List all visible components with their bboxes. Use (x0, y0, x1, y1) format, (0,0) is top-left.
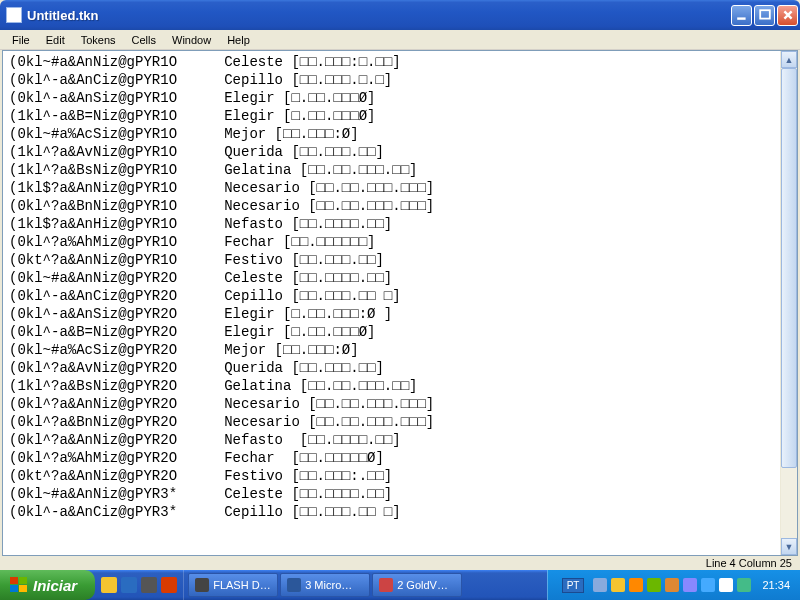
token-value: Gelatina [□□.□□.□□□.□□] (199, 161, 417, 179)
minimize-button[interactable] (731, 5, 752, 26)
token-value: Festivo [□□.□□□.□□] (199, 251, 384, 269)
text-line: (0kl^-a&AnSiz@gPYR1O Elegir [□.□□.□□□Ø] (9, 89, 774, 107)
token-code: (0kl^-a&AnCiz@gPYR2O (9, 287, 199, 305)
token-value: Elegir [□.□□.□□□Ø] (199, 323, 375, 341)
token-code: (0kl^?a&BnNiz@gPYR1O (9, 197, 199, 215)
tray-icon[interactable] (701, 578, 715, 592)
text-line: (0kl~#a&AnNiz@gPYR1O Celeste [□□.□□□:□.□… (9, 53, 774, 71)
task-app-icon (195, 578, 209, 592)
token-code: (0kl^-a&B=Niz@gPYR2O (9, 323, 199, 341)
scroll-down-button[interactable]: ▼ (781, 538, 797, 555)
text-line: (0kl^?a&AnNiz@gPYR2O Necesario [□□.□□.□□… (9, 395, 774, 413)
token-code: (1kl^?a&BsNiz@gPYR2O (9, 377, 199, 395)
text-content[interactable]: (0kl~#a&AnNiz@gPYR1O Celeste [□□.□□□:□.□… (3, 51, 780, 555)
tray-icon[interactable] (593, 578, 607, 592)
close-button[interactable] (777, 5, 798, 26)
menu-window[interactable]: Window (164, 32, 219, 48)
quick-launch-icon[interactable] (121, 577, 137, 593)
window-controls (731, 5, 798, 26)
token-value: Celeste [□□.□□□□.□□] (199, 485, 392, 503)
tray-icon[interactable] (611, 578, 625, 592)
menubar: FileEditTokensCellsWindowHelp (0, 30, 800, 50)
token-value: Cepillo [□□.□□□.□.□] (199, 71, 392, 89)
token-value: Querida [□□.□□□.□□] (199, 359, 384, 377)
token-code: (0kl~#a&AnNiz@gPYR1O (9, 53, 199, 71)
tray-icon[interactable] (683, 578, 697, 592)
system-tray: PT 21:34 (547, 570, 800, 600)
token-code: (1kl^-a&B=Niz@gPYR1O (9, 107, 199, 125)
text-line: (0kl~#a%AcSiz@gPYR2O Mejor [□□.□□□:Ø] (9, 341, 774, 359)
quick-launch-icon[interactable] (101, 577, 117, 593)
text-line: (0kl^?a%AhMiz@gPYR2O Fechar [□□.□□□□□Ø] (9, 449, 774, 467)
token-code: (0kl^?a&AnNiz@gPYR2O (9, 431, 199, 449)
quick-launch-icon[interactable] (161, 577, 177, 593)
tray-icon[interactable] (665, 578, 679, 592)
token-value: Nefasto [□□.□□□□.□□] (199, 215, 392, 233)
token-code: (1kl$?a&AnHiz@gPYR1O (9, 215, 199, 233)
token-value: Necesario [□□.□□.□□□.□□□] (199, 413, 434, 431)
token-code: (0kl^-a&AnSiz@gPYR2O (9, 305, 199, 323)
task-app-icon (287, 578, 301, 592)
text-line: (1kl$?a&AnHiz@gPYR1O Nefasto [□□.□□□□.□□… (9, 215, 774, 233)
text-line: (0kl^-a&AnCiz@gPYR1O Cepillo [□□.□□□.□.□… (9, 71, 774, 89)
task-label: 2 GoldV… (397, 579, 448, 591)
token-value: Necesario [□□.□□.□□□.□□□] (199, 197, 434, 215)
token-value: Celeste [□□.□□□□.□□] (199, 269, 392, 287)
tray-icon[interactable] (629, 578, 643, 592)
clock: 21:34 (762, 579, 790, 591)
text-line: (0kt^?a&AnNiz@gPYR2O Festivo [□□.□□□:.□□… (9, 467, 774, 485)
token-value: Necesario [□□.□□.□□□.□□□] (199, 179, 434, 197)
chevron-up-icon: ▲ (785, 55, 794, 65)
token-value: Elegir [□.□□.□□□Ø] (199, 89, 375, 107)
tray-icon[interactable] (737, 578, 751, 592)
text-line: (0kl^?a&BnNiz@gPYR1O Necesario [□□.□□.□□… (9, 197, 774, 215)
start-label: Iniciar (33, 577, 77, 594)
task-app-icon (379, 578, 393, 592)
token-value: Fechar [□□.□□□□□□] (199, 233, 375, 251)
quick-launch-icon[interactable] (141, 577, 157, 593)
menu-file[interactable]: File (4, 32, 38, 48)
windows-logo-icon (10, 577, 28, 593)
scroll-up-button[interactable]: ▲ (781, 51, 797, 68)
text-line: (1kl$?a&AnNiz@gPYR1O Necesario [□□.□□.□□… (9, 179, 774, 197)
task-label: FLASH D… (213, 579, 270, 591)
text-line: (0kt^?a&AnNiz@gPYR1O Festivo [□□.□□□.□□] (9, 251, 774, 269)
token-code: (0kl^?a&BnNiz@gPYR2O (9, 413, 199, 431)
token-value: Elegir [□.□□.□□□:Ø ] (199, 305, 392, 323)
svg-rect-0 (737, 17, 745, 19)
token-code: (0kl^-a&AnCiz@gPYR3* (9, 503, 199, 521)
text-line: (0kl~#a%AcSiz@gPYR1O Mejor [□□.□□□:Ø] (9, 125, 774, 143)
language-indicator[interactable]: PT (562, 578, 585, 593)
chevron-down-icon: ▼ (785, 542, 794, 552)
token-code: (0kl^-a&AnSiz@gPYR1O (9, 89, 199, 107)
token-code: (0kl~#a%AcSiz@gPYR1O (9, 125, 199, 143)
menu-cells[interactable]: Cells (124, 32, 164, 48)
menu-edit[interactable]: Edit (38, 32, 73, 48)
start-button[interactable]: Iniciar (0, 570, 95, 600)
window-title: Untitled.tkn (27, 8, 731, 23)
maximize-button[interactable] (754, 5, 775, 26)
text-line: (0kl^-a&B=Niz@gPYR2O Elegir [□.□□.□□□Ø] (9, 323, 774, 341)
taskbar-item[interactable]: 3 Micro… (280, 573, 370, 597)
taskbar-item[interactable]: 2 GoldV… (372, 573, 462, 597)
menu-help[interactable]: Help (219, 32, 258, 48)
token-value: Gelatina [□□.□□.□□□.□□] (199, 377, 417, 395)
taskbar: Iniciar FLASH D…3 Micro…2 GoldV… PT 21:3… (0, 570, 800, 600)
quick-launch (95, 570, 184, 600)
tray-icon[interactable] (647, 578, 661, 592)
menu-tokens[interactable]: Tokens (73, 32, 124, 48)
text-line: (1kl^?a&AvNiz@gPYR1O Querida [□□.□□□.□□] (9, 143, 774, 161)
token-value: Celeste [□□.□□□:□.□□] (199, 53, 401, 71)
scroll-thumb[interactable] (781, 68, 797, 468)
tray-icon[interactable] (719, 578, 733, 592)
token-value: Mejor [□□.□□□:Ø] (199, 341, 359, 359)
text-line: (0kl^?a&AnNiz@gPYR2O Nefasto [□□.□□□□.□□… (9, 431, 774, 449)
vertical-scrollbar[interactable]: ▲ ▼ (780, 51, 797, 555)
scroll-track[interactable] (781, 68, 797, 538)
token-code: (0kl^?a&AnNiz@gPYR2O (9, 395, 199, 413)
token-code: (0kl~#a&AnNiz@gPYR2O (9, 269, 199, 287)
text-line: (0kl^-a&AnSiz@gPYR2O Elegir [□.□□.□□□:Ø … (9, 305, 774, 323)
token-code: (0kl^?a%AhMiz@gPYR2O (9, 449, 199, 467)
taskbar-item[interactable]: FLASH D… (188, 573, 278, 597)
text-line: (0kl^-a&AnCiz@gPYR2O Cepillo [□□.□□□.□□ … (9, 287, 774, 305)
